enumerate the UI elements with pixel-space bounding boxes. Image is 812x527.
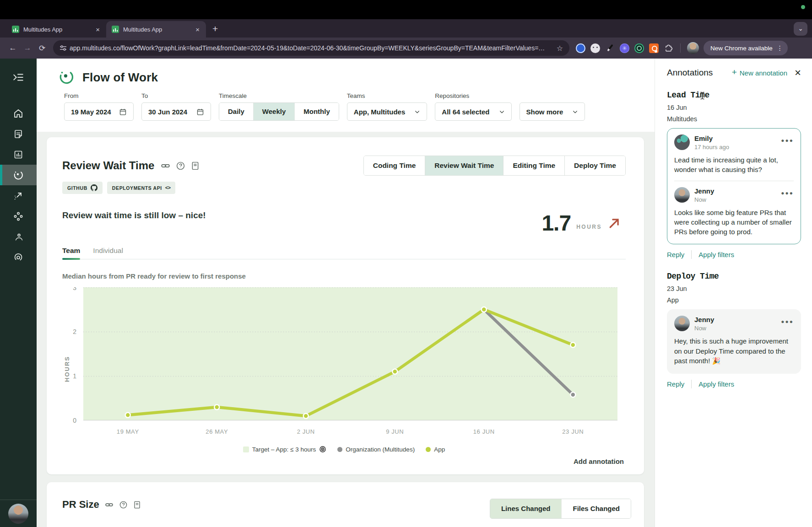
to-date-input[interactable]: 30 Jun 2024 <box>141 102 211 121</box>
chevron-down-icon <box>572 109 578 115</box>
user-avatar[interactable] <box>8 504 28 524</box>
browser-tab-2[interactable]: Multitudes App × <box>106 21 206 38</box>
ghost-extension-icon[interactable] <box>590 43 600 53</box>
sidebar-item-metrics[interactable] <box>0 144 37 165</box>
timescale-weekly-button[interactable]: Weekly <box>253 103 294 120</box>
help-icon[interactable] <box>119 500 128 509</box>
tab-search-chevron[interactable]: ⌄ <box>794 22 807 36</box>
sidebar-item-network[interactable] <box>0 206 37 226</box>
actions-divider <box>691 250 692 259</box>
deployments-api-badge: DEPLOYMENTS API <> <box>107 182 175 194</box>
report-icon[interactable] <box>133 500 141 509</box>
timescale-monthly-button[interactable]: Monthly <box>294 103 339 120</box>
link-icon[interactable] <box>161 161 170 171</box>
tab-team[interactable]: Team <box>62 247 80 259</box>
multitudes-favicon <box>112 26 119 33</box>
screen: Multitudes App × Multitudes App × + ⌄ ← … <box>0 0 812 527</box>
trend-up-arrow-icon <box>607 216 621 230</box>
tab-deploy-time[interactable]: Deploy Time <box>564 156 625 175</box>
extensions-puzzle-icon[interactable] <box>664 43 673 53</box>
close-panel-icon[interactable]: × <box>795 68 801 77</box>
forward-icon[interactable]: → <box>20 43 35 53</box>
pen-extension-icon[interactable] <box>605 43 615 53</box>
comment-menu-icon[interactable]: ●●● <box>781 187 794 196</box>
sidebar-item-goals[interactable] <box>0 247 37 268</box>
sidebar-item-home[interactable] <box>0 103 37 124</box>
to-label: To <box>141 92 211 99</box>
from-date-input[interactable]: 19 May 2024 <box>64 102 134 121</box>
sidebar-collapse-button[interactable] <box>0 67 37 87</box>
apply-filters-link[interactable]: Apply filters <box>698 251 734 258</box>
comment-menu-icon[interactable]: ●●● <box>781 134 794 144</box>
rings-extension-icon[interactable] <box>634 43 644 53</box>
sidebar-item-flow-of-work[interactable] <box>0 165 37 185</box>
comment-text: Hey, this is such a huge improvement on … <box>674 336 794 366</box>
tab-coding-time[interactable]: Coding Time <box>364 156 425 175</box>
password-manager-extension-icon[interactable] <box>576 43 585 53</box>
legend-app: App <box>426 446 445 453</box>
pr-size-card: PR Size Lines Changed Files Changed <box>47 482 644 527</box>
chevron-down-icon <box>414 109 420 115</box>
svg-text:0: 0 <box>73 417 76 424</box>
comment-time: Now <box>694 325 714 332</box>
sidebar-item-people[interactable] <box>0 226 37 247</box>
report-icon[interactable] <box>191 161 200 171</box>
home-icon <box>13 108 24 119</box>
new-annotation-button[interactable]: + New annotation <box>732 68 787 77</box>
browser-menu-icon[interactable]: ⋮ <box>777 44 783 52</box>
files-changed-button[interactable]: Files Changed <box>561 499 631 518</box>
network-icon <box>13 211 24 222</box>
app-frame: Flow of Work From 19 May 2024 To 30 Jun … <box>0 59 812 527</box>
bar-chart-icon <box>13 149 24 160</box>
back-icon[interactable]: ← <box>5 43 20 53</box>
tab-label: Multitudes App <box>123 26 190 33</box>
page-header: Flow of Work From 19 May 2024 To 30 Jun … <box>37 59 655 132</box>
svg-text:26 MAY: 26 MAY <box>206 428 228 435</box>
sidebar-item-notes[interactable] <box>0 124 37 144</box>
tab-editing-time[interactable]: Editing Time <box>503 156 564 175</box>
chrome-update-button[interactable]: New Chrome available ⋮ <box>704 41 788 55</box>
reload-icon[interactable]: ⟳ <box>35 43 49 53</box>
bookmark-star-icon[interactable]: ☆ <box>557 44 563 53</box>
tab-close-icon[interactable]: × <box>195 26 200 33</box>
from-date-value: 19 May 2024 <box>71 108 111 116</box>
comment-author: Jenny <box>694 316 714 323</box>
hubspot-extension-icon[interactable] <box>649 43 659 53</box>
code-brackets-icon: <> <box>165 185 170 191</box>
sidebar <box>0 59 37 527</box>
browser-tabstrip: Multitudes App × Multitudes App × + <box>0 19 812 38</box>
tab-close-icon[interactable]: × <box>95 26 101 33</box>
svg-text:16 JUN: 16 JUN <box>473 428 495 435</box>
site-info-icon[interactable] <box>60 44 70 52</box>
browser-profile-avatar[interactable] <box>687 42 699 54</box>
apply-filters-link[interactable]: Apply filters <box>698 380 734 388</box>
comment: Jenny Now ●●● Hey, this is such a huge i… <box>674 316 794 366</box>
browser-tab-1[interactable]: Multitudes App × <box>6 21 106 38</box>
reply-link[interactable]: Reply <box>667 380 684 388</box>
chart-wrap: 0123HOURS19 MAY26 MAY2 JUN9 JUN16 JUN23 … <box>62 287 626 442</box>
add-annotation-link[interactable]: Add annotation <box>62 453 626 468</box>
legend-organization-label: Organization (Multitudes) <box>346 446 415 453</box>
flower-extension-icon[interactable] <box>620 43 629 53</box>
comment-menu-icon[interactable]: ●●● <box>781 316 794 325</box>
timescale-daily-button[interactable]: Daily <box>219 103 253 120</box>
reply-link[interactable]: Reply <box>667 251 684 258</box>
svg-text:23 JUN: 23 JUN <box>562 428 584 435</box>
tab-review-wait-time[interactable]: Review Wait Time <box>425 156 503 175</box>
window-top-strip <box>0 0 812 19</box>
teams-label: Teams <box>347 92 428 99</box>
tab-individual[interactable]: Individual <box>93 247 123 259</box>
sidebar-item-trends[interactable] <box>0 185 37 206</box>
help-icon[interactable] <box>176 161 185 171</box>
annotation-date: 23 Jun <box>667 285 801 292</box>
teams-dropdown[interactable]: App, Multitudes <box>347 102 428 121</box>
notes-icon <box>13 129 24 140</box>
show-more-dropdown[interactable]: Show more <box>520 102 585 121</box>
address-bar[interactable]: app.multitudes.co/flowOfWork?graphLink=l… <box>53 40 569 56</box>
toolbar-divider <box>680 43 681 53</box>
svg-text:3: 3 <box>73 287 76 291</box>
repositories-dropdown[interactable]: All 64 selected <box>435 102 511 121</box>
new-tab-button[interactable]: + <box>212 23 218 34</box>
link-icon[interactable] <box>105 500 114 509</box>
lines-changed-button[interactable]: Lines Changed <box>490 499 562 518</box>
